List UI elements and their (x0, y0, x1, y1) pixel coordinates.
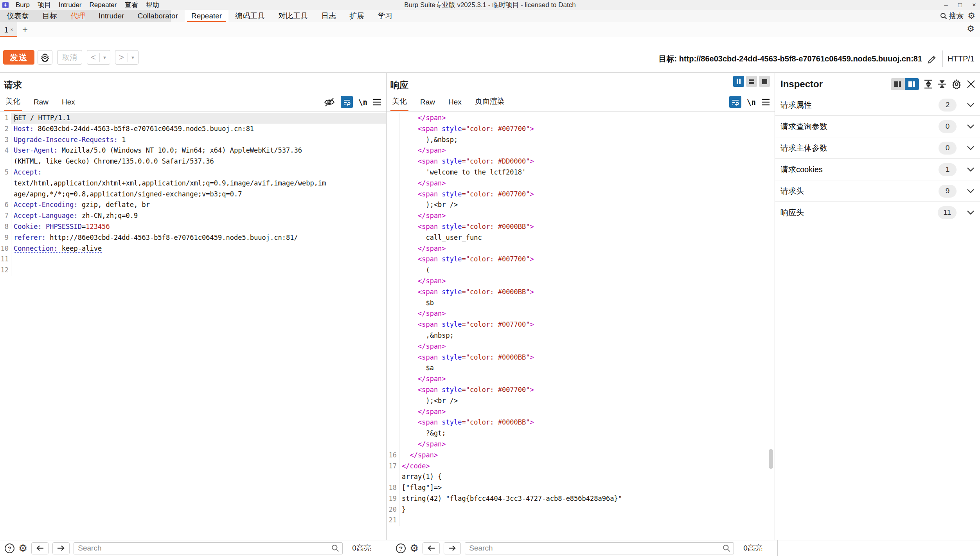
previous-match-button[interactable] (423, 542, 440, 554)
code-line[interactable]: 10Connection: keep-alive (0, 243, 386, 254)
response-tab-hex[interactable]: Hex (447, 98, 463, 111)
show-newlines-button[interactable]: \n (358, 98, 367, 106)
hide-nonprintable-eye-icon[interactable] (324, 97, 335, 107)
search-settings-gear-icon[interactable]: ⚙ (18, 543, 27, 553)
close-tab-icon[interactable]: × (11, 27, 13, 32)
settings-gear-icon[interactable]: ⚙ (967, 12, 975, 20)
inspector-section-request-headers[interactable]: 请求头 9 (775, 180, 980, 202)
menu-repeater[interactable]: Repeater (86, 1, 121, 9)
code-line[interactable]: <span style="color: #0000BB"> (387, 287, 775, 298)
menu-project[interactable]: 项目 (34, 0, 55, 9)
code-line[interactable]: 2Host: 86e03cbd-24dd-4563-b5f8-e70761c06… (0, 124, 386, 135)
response-tab-pretty[interactable]: 美化 (390, 96, 408, 111)
next-match-button[interactable] (52, 542, 70, 554)
code-line[interactable]: (KHTML, like Gecko) Chrome/135.0.0.0 Saf… (0, 156, 386, 167)
code-line[interactable]: <span style="color: #007700"> (387, 189, 775, 200)
dock-right-button[interactable] (905, 78, 919, 90)
code-line[interactable]: </span> (387, 113, 775, 124)
code-line[interactable]: 19string(42) "flag{bfcc4404-3cc3-4727-ac… (387, 493, 775, 504)
search-input[interactable] (78, 544, 331, 552)
code-line[interactable]: </span> (387, 407, 775, 417)
request-search-field[interactable] (74, 542, 343, 554)
next-request-button[interactable]: >▼ (115, 50, 138, 65)
code-line[interactable]: ),&nbsp; (387, 135, 775, 146)
code-line[interactable]: <span style="color: #0000BB"> (387, 221, 775, 232)
code-line[interactable]: age/apng,*/*;q=0.8,application/signed-ex… (0, 189, 386, 200)
request-tab-hex[interactable]: Hex (60, 98, 77, 111)
expand-all-icon[interactable] (924, 79, 933, 89)
tab-decoder[interactable]: 编码工具 (228, 10, 272, 22)
code-line[interactable]: 16 </span> (387, 450, 775, 461)
code-line[interactable]: <span style="color: #0000BB"> (387, 352, 775, 363)
inspector-section-query-params[interactable]: 请求查询参数 0 (775, 115, 980, 137)
wrap-lines-button[interactable] (341, 96, 353, 108)
chevron-down-icon[interactable] (967, 146, 975, 150)
code-line[interactable]: array(1) { (387, 471, 775, 482)
inspector-settings-gear-icon[interactable] (951, 79, 962, 89)
repeater-settings-gear-icon[interactable]: ⚙ (967, 25, 975, 33)
help-icon[interactable]: ? (5, 543, 14, 553)
edit-target-pencil-icon[interactable] (927, 53, 938, 64)
request-editor[interactable]: 1GET / HTTP/1.12Host: 86e03cbd-24dd-4563… (0, 112, 386, 556)
code-line[interactable]: ,&nbsp; (387, 330, 775, 341)
wrap-lines-button[interactable] (729, 96, 741, 108)
code-line[interactable]: <span style="color: #DD0000"> (387, 156, 775, 167)
menu-burp[interactable]: Burp (12, 1, 34, 9)
code-line[interactable]: </span> (387, 341, 775, 352)
code-line[interactable]: ( (387, 265, 775, 276)
cancel-button[interactable]: 取消 (57, 50, 82, 65)
chevron-down-icon[interactable] (967, 189, 975, 193)
code-line[interactable]: 21 (387, 515, 775, 526)
add-tab-button[interactable]: + (17, 22, 33, 37)
code-line[interactable]: <span style="color: #0000BB"> (387, 417, 775, 428)
send-button[interactable]: 发送 (3, 50, 34, 65)
minimize-button[interactable]: – (944, 1, 948, 9)
search-input[interactable] (469, 544, 723, 552)
inspector-section-response-headers[interactable]: 响应头 11 (775, 202, 980, 223)
code-line[interactable]: $b (387, 298, 775, 309)
code-line[interactable]: </span> (387, 276, 775, 287)
response-editor[interactable]: </span> <span style="color: #007700"> ),… (387, 112, 775, 556)
inspector-close-icon[interactable] (967, 80, 975, 88)
tab-dashboard[interactable]: 仪表盘 (0, 10, 36, 22)
tab-comparer[interactable]: 对比工具 (272, 10, 315, 22)
code-line[interactable]: 5Accept: (0, 167, 386, 178)
code-line[interactable]: <span style="color: #007700"> (387, 124, 775, 135)
code-line[interactable]: </span> (387, 308, 775, 319)
code-line[interactable]: text/html,application/xhtml+xml,applicat… (0, 178, 386, 189)
menu-view[interactable]: 查看 (120, 0, 142, 9)
inspector-section-cookies[interactable]: 请求cookies 1 (775, 158, 980, 180)
tab-extensions[interactable]: 扩展 (343, 10, 371, 22)
code-line[interactable]: </span> (387, 211, 775, 221)
response-tab-render[interactable]: 页面渲染 (473, 96, 506, 111)
code-line[interactable]: </span> (387, 145, 775, 156)
maximize-button[interactable]: □ (958, 1, 962, 9)
help-icon[interactable]: ? (396, 543, 406, 553)
menu-intruder[interactable]: Intruder (55, 1, 86, 9)
show-newlines-button[interactable]: \n (747, 98, 756, 106)
tab-intruder[interactable]: Intruder (92, 10, 131, 22)
code-line[interactable]: <span style="color: #007700"> (387, 385, 775, 396)
code-line[interactable]: 3Upgrade-Insecure-Requests: 1 (0, 135, 386, 146)
chevron-down-icon[interactable] (967, 103, 975, 107)
code-line[interactable]: 18["flag"]=> (387, 482, 775, 493)
code-line[interactable]: </span> (387, 243, 775, 254)
code-line[interactable]: 17</code> (387, 461, 775, 472)
previous-request-button[interactable]: <▼ (87, 50, 110, 65)
response-tab-raw[interactable]: Raw (419, 98, 437, 111)
code-line[interactable]: 12 (0, 265, 386, 276)
code-line[interactable]: 8Cookie: PHPSESSID=123456 (0, 221, 386, 232)
close-button[interactable]: × (972, 1, 976, 9)
code-line[interactable]: 11 (0, 254, 386, 265)
send-options-gear-button[interactable] (38, 50, 52, 65)
tab-target[interactable]: 目标 (36, 10, 64, 22)
previous-match-button[interactable] (31, 542, 49, 554)
tab-learn[interactable]: 学习 (371, 10, 399, 22)
request-tab-pretty[interactable]: 美化 (4, 96, 22, 111)
code-line[interactable]: 9referer: http://86e03cbd-24dd-4563-b5f8… (0, 232, 386, 243)
code-line[interactable]: </span> (387, 178, 775, 189)
pause-updates-button[interactable] (733, 76, 744, 87)
response-search-field[interactable] (465, 542, 734, 554)
code-line[interactable]: </span> (387, 439, 775, 450)
next-match-button[interactable] (444, 542, 461, 554)
